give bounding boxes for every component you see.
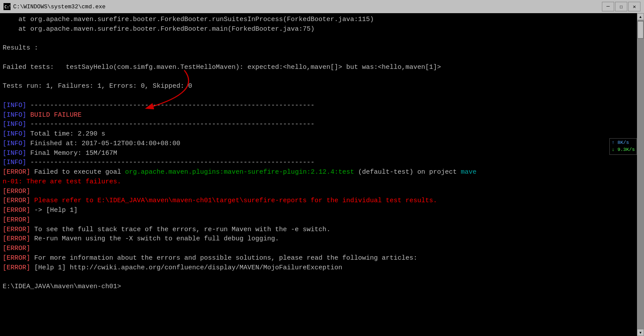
window-controls: — ☐ ✕ (602, 2, 640, 11)
info-line-5: [INFO] Finished at: 2017-05-12T00:04:00+… (3, 139, 634, 149)
blank-4 (3, 91, 634, 101)
scrollbar-down-arrow[interactable]: ▼ (637, 329, 644, 336)
blank-5 (3, 272, 634, 282)
blank-2 (3, 53, 634, 63)
blank-3 (3, 72, 634, 82)
window-title: C:\WINDOWS\system32\cmd.exe (13, 4, 602, 10)
error-line-5: [ERROR] (3, 215, 634, 225)
vertical-scrollbar[interactable]: ▲ ▼ (637, 13, 644, 336)
scrollbar-up-arrow[interactable]: ▲ (637, 13, 644, 20)
error-line-1: [ERROR] Failed to execute goal org.apach… (3, 168, 634, 177)
stack-line-1: at org.apache.maven.surefire.booter.Fork… (3, 15, 634, 25)
network-widget: ↑ 8K/s ↓ 9.3K/s (609, 138, 637, 155)
info-line-7: [INFO] ---------------------------------… (3, 158, 634, 168)
info-line-6: [INFO] Final Memory: 15M/167M (3, 149, 634, 158)
title-bar: C:\ C:\WINDOWS\system32\cmd.exe — ☐ ✕ (0, 0, 644, 13)
cmd-window: C:\ C:\WINDOWS\system32\cmd.exe — ☐ ✕ at… (0, 0, 644, 336)
error-line-1b: n-01: There are test failures. (3, 177, 634, 187)
terminal-output[interactable]: at org.apache.maven.surefire.booter.Fork… (0, 13, 637, 336)
error-line-6: [ERROR] To see the full stack trace of t… (3, 225, 634, 235)
error-line-3: [ERROR] Please refer to E:\IDEA_JAVA\mav… (3, 196, 634, 206)
error-line-9: [ERROR] For more information about the e… (3, 254, 634, 263)
results-label: Results : (3, 43, 634, 53)
error-line-7: [ERROR] Re-run Maven using the -X switch… (3, 234, 634, 244)
stack-line-2: at org.apache.maven.surefire.booter.Fork… (3, 25, 634, 34)
network-upload: ↑ 8K/s (612, 139, 635, 147)
svg-text:C:\: C:\ (4, 5, 10, 9)
prompt-line: E:\IDEA_JAVA\maven\maven-ch01> (3, 282, 634, 292)
info-line-3: [INFO] ---------------------------------… (3, 120, 634, 129)
info-line-4: [INFO] Total time: 2.290 s (3, 129, 634, 139)
error-line-4: [ERROR] -> [Help 1] (3, 206, 634, 215)
scrollbar-track[interactable] (637, 20, 644, 329)
error-line-2: [ERROR] (3, 187, 634, 197)
close-button[interactable]: ✕ (628, 2, 640, 11)
failed-tests-line: Failed tests: testSayHello(com.simfg.mav… (3, 63, 634, 72)
error-line-10: [ERROR] [Help 1] http://cwiki.apache.org… (3, 263, 634, 273)
content-area: at org.apache.maven.surefire.booter.Fork… (0, 13, 644, 336)
info-line-2: [INFO] BUILD FAILURE (3, 111, 634, 120)
tests-run-line: Tests run: 1, Failures: 1, Errors: 0, Sk… (3, 82, 634, 91)
info-line-1: [INFO] ---------------------------------… (3, 101, 634, 111)
minimize-button[interactable]: — (602, 2, 614, 11)
maximize-button[interactable]: ☐ (615, 2, 627, 11)
blank-1 (3, 34, 634, 44)
network-download: ↓ 9.3K/s (612, 147, 635, 154)
scrollbar-thumb[interactable] (637, 21, 644, 39)
error-line-8: [ERROR] (3, 244, 634, 254)
window-icon: C:\ (4, 3, 11, 10)
